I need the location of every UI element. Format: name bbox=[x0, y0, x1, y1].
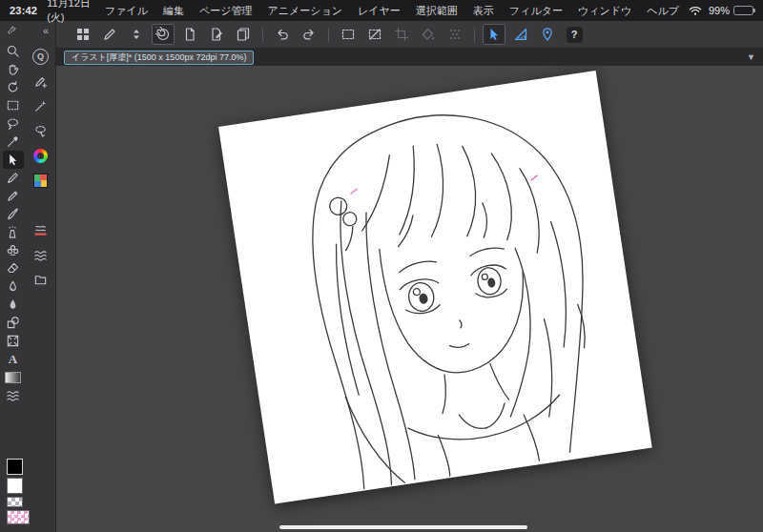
clock: 23:42 bbox=[10, 5, 37, 16]
workspace-grid-button[interactable] bbox=[72, 24, 94, 45]
menu-item-layer[interactable]: レイヤー bbox=[358, 4, 401, 18]
document-tab-bar: イラスト[厚塗]* (1500 x 1500px 72dpi 77.0%) ▼ bbox=[56, 49, 763, 66]
undo-button[interactable] bbox=[271, 24, 294, 45]
main-color-swatch[interactable] bbox=[7, 459, 23, 475]
marquee-icon bbox=[340, 27, 356, 42]
menu-item-file[interactable]: ファイル bbox=[105, 4, 148, 18]
help-button[interactable]: ? bbox=[563, 24, 586, 45]
decoration-tool[interactable] bbox=[3, 241, 24, 259]
collapse-sidebar-button[interactable]: « bbox=[43, 26, 49, 35]
blend-tool[interactable] bbox=[3, 277, 24, 296]
menu-item-selection[interactable]: 選択範囲 bbox=[416, 4, 458, 18]
gradient-tool[interactable] bbox=[3, 368, 24, 386]
updown-icon bbox=[129, 27, 144, 42]
color-slider-panel[interactable] bbox=[31, 193, 52, 217]
brush-icon bbox=[6, 207, 20, 221]
tone-panel[interactable] bbox=[31, 242, 52, 267]
material-panel[interactable] bbox=[31, 267, 52, 292]
page-icon bbox=[182, 27, 197, 42]
select-area-button[interactable] bbox=[337, 24, 360, 45]
menu-item-window[interactable]: ウィンドウ bbox=[578, 4, 631, 18]
pen-tool[interactable] bbox=[3, 169, 24, 187]
pencil-tool[interactable] bbox=[3, 187, 24, 205]
document-tab[interactable]: イラスト[厚塗]* (1500 x 1500px 72dpi 77.0%) bbox=[64, 51, 254, 65]
page-manager-button[interactable] bbox=[232, 24, 255, 45]
pen-icon bbox=[102, 27, 117, 42]
liquify-tool[interactable] bbox=[3, 296, 24, 314]
menu-item-help[interactable]: ヘルプ bbox=[647, 4, 679, 18]
airbrush-tool[interactable] bbox=[3, 223, 24, 241]
date: 11月12日(火) bbox=[47, 0, 92, 25]
auto-select-panel[interactable] bbox=[31, 93, 52, 118]
spray-icon bbox=[6, 225, 20, 239]
battery-percent: 99% bbox=[709, 5, 730, 16]
home-indicator[interactable] bbox=[279, 525, 527, 529]
command-sort-button[interactable] bbox=[125, 24, 148, 45]
ruler-icon bbox=[513, 27, 528, 42]
quick-access-panel[interactable]: Q bbox=[31, 44, 52, 69]
brush-tool[interactable] bbox=[3, 205, 24, 223]
ruler-button[interactable] bbox=[509, 24, 532, 45]
lasso-tool[interactable] bbox=[3, 114, 24, 133]
chevrons-icon: « bbox=[43, 26, 49, 35]
color-wheel-panel[interactable] bbox=[31, 143, 52, 168]
operation-tool[interactable] bbox=[3, 151, 24, 169]
approximate-color-panel[interactable] bbox=[31, 217, 52, 242]
color-swatches bbox=[0, 459, 55, 532]
redo-button[interactable] bbox=[298, 24, 320, 45]
panel-column: Q bbox=[26, 40, 55, 459]
share-button[interactable] bbox=[98, 24, 121, 45]
new-canvas-button[interactable] bbox=[178, 24, 201, 45]
figure-icon bbox=[6, 316, 20, 330]
text-tool[interactable]: A bbox=[3, 350, 24, 368]
zoom-tool[interactable] bbox=[3, 42, 24, 60]
tab-overflow-chevron-icon[interactable]: ▼ bbox=[747, 52, 755, 62]
selection-pen-panel[interactable] bbox=[31, 118, 52, 143]
eyedropper-tool[interactable] bbox=[3, 133, 24, 151]
pencil-icon bbox=[6, 189, 20, 203]
selection-tool[interactable] bbox=[3, 96, 24, 114]
transparent-color-swatch[interactable] bbox=[7, 497, 23, 507]
sub-color-swatch[interactable] bbox=[7, 478, 23, 494]
menu-item-edit[interactable]: 編集 bbox=[163, 4, 184, 18]
reference-button[interactable] bbox=[536, 24, 559, 45]
dropper-icon bbox=[6, 134, 20, 149]
screentone-button bbox=[443, 24, 466, 45]
command-bar: ? bbox=[56, 21, 763, 49]
wave-icon bbox=[6, 388, 20, 402]
wrench-icon bbox=[7, 26, 17, 36]
menu-item-animation[interactable]: アニメーション bbox=[268, 4, 343, 18]
frame-border-tool[interactable] bbox=[3, 332, 24, 350]
artwork-line-drawing bbox=[218, 71, 652, 504]
hand-icon bbox=[6, 62, 20, 76]
rotate-canvas-tool[interactable] bbox=[3, 78, 24, 96]
color-set-panel[interactable] bbox=[31, 168, 52, 193]
operation-cursor-button[interactable] bbox=[483, 24, 505, 45]
fill-icon bbox=[421, 27, 436, 42]
sub-tool-panel[interactable] bbox=[31, 69, 52, 93]
canvas[interactable] bbox=[218, 71, 652, 504]
figure-tool[interactable] bbox=[3, 314, 24, 332]
eraser-tool[interactable] bbox=[3, 259, 24, 277]
cursor-icon bbox=[486, 27, 502, 42]
palette-settings-button[interactable] bbox=[7, 26, 17, 36]
status-menu-bar: 23:42 11月12日(火) ファイル編集ページ管理アニメーションレイヤー選択… bbox=[0, 0, 763, 21]
canvas-area[interactable] bbox=[56, 66, 763, 532]
menu-item-filter[interactable]: フィルター bbox=[509, 4, 563, 18]
line-correction-tool[interactable] bbox=[3, 386, 24, 404]
lasso-icon bbox=[6, 116, 20, 131]
battery-icon bbox=[733, 6, 753, 15]
spiral-icon bbox=[155, 27, 171, 42]
deselect-button[interactable] bbox=[363, 24, 386, 45]
gradient-icon bbox=[5, 372, 21, 383]
eraser-icon bbox=[6, 261, 20, 276]
frame-icon bbox=[6, 334, 20, 348]
menu-item-page-management[interactable]: ページ管理 bbox=[199, 4, 253, 18]
pen-icon bbox=[6, 171, 20, 185]
move-tool[interactable] bbox=[3, 60, 24, 78]
edit-canvas-button[interactable] bbox=[205, 24, 228, 45]
menu-item-view[interactable]: 表示 bbox=[473, 4, 494, 18]
color-history-swatch[interactable] bbox=[7, 510, 30, 524]
blend-icon bbox=[6, 279, 20, 294]
clip-studio-button[interactable] bbox=[152, 24, 175, 45]
